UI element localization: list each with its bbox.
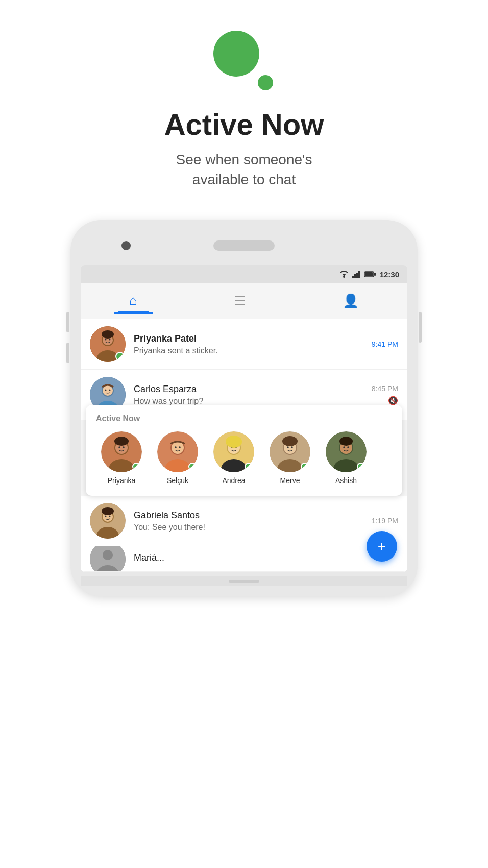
svg-rect-3 (354, 274, 356, 278)
svg-point-34 (179, 447, 181, 449)
chat-item-priyanka[interactable]: Priyanka Patel Priyanka sent a sticker. … (81, 319, 407, 370)
chat-info-priyanka: Priyanka Patel Priyanka sent a sticker. (134, 333, 372, 355)
compose-fab-button[interactable]: + (367, 531, 397, 562)
page-subtitle: See when someone'savailable to chat (176, 150, 312, 189)
nav-home[interactable]: ⌂ (114, 288, 153, 314)
active-name-ashish: Ashish (335, 476, 357, 485)
svg-point-27 (123, 447, 125, 449)
chat-info-partial: Mariá... (134, 552, 398, 565)
home-indicator (229, 580, 259, 583)
logo-bubble-small (256, 74, 275, 92)
svg-point-55 (339, 437, 353, 446)
active-users-row: Priyanka (96, 431, 392, 485)
svg-point-62 (102, 507, 114, 515)
svg-rect-4 (356, 273, 358, 278)
active-now-overlay: Active Now (81, 405, 407, 496)
svg-rect-5 (358, 271, 360, 278)
active-name-merve: Merve (280, 476, 300, 485)
active-name-andrea: Andrea (222, 476, 245, 485)
active-dot-ashish (357, 463, 365, 471)
status-icons (339, 270, 376, 278)
app-logo (213, 31, 275, 92)
avatar-gabriela (90, 503, 126, 539)
phone-mockup: 12:30 ⌂ ☰ 👤 (70, 220, 418, 596)
svg-point-28 (114, 437, 129, 446)
svg-point-26 (118, 447, 120, 449)
avatar-partial (90, 546, 126, 572)
chat-meta-gabriela: 1:19 PM (372, 517, 398, 525)
active-avatar-andrea (213, 431, 254, 472)
list-icon: ☰ (234, 293, 246, 309)
chat-meta-priyanka: 9:41 PM (372, 340, 398, 348)
active-user-ashish[interactable]: Ashish (321, 431, 372, 485)
chat-item-partial[interactable]: Mariá... (81, 546, 407, 572)
chat-preview-priyanka: Priyanka sent a sticker. (134, 346, 372, 355)
chat-meta-carlos: 8:45 PM 🔇 (372, 384, 398, 405)
svg-point-14 (109, 339, 111, 341)
svg-point-15 (102, 330, 114, 339)
svg-point-64 (103, 550, 113, 560)
chat-item-gabriela[interactable]: Gabriela Santos You: See you there! 1:19… (81, 496, 407, 546)
avatar-priyanka (90, 326, 126, 362)
svg-point-47 (291, 447, 293, 449)
power-button (419, 312, 422, 343)
battery-icon (364, 271, 376, 278)
chat-time-gabriela: 1:19 PM (372, 517, 398, 525)
svg-point-61 (109, 516, 111, 517)
svg-point-19 (103, 385, 113, 396)
active-user-selcuk[interactable]: Selçuk (152, 431, 203, 485)
active-user-andrea[interactable]: Andrea (208, 431, 259, 485)
svg-rect-7 (365, 272, 373, 276)
svg-point-32 (172, 442, 184, 454)
svg-point-60 (105, 516, 107, 517)
active-avatar-ashish (326, 431, 367, 472)
chat-time-carlos: 8:45 PM (372, 384, 398, 393)
header-section: Active Now See when someone'savailable t… (0, 0, 488, 210)
volume-down-button (66, 343, 69, 363)
svg-point-54 (347, 447, 349, 449)
active-dot-andrea (245, 463, 253, 471)
nav-profile[interactable]: 👤 (327, 289, 374, 313)
active-dot-merve (301, 463, 309, 471)
active-now-panel: Active Now (86, 405, 402, 496)
active-user-merve[interactable]: Merve (264, 431, 315, 485)
svg-point-21 (109, 390, 111, 391)
app-nav: ⌂ ☰ 👤 (81, 283, 407, 319)
svg-point-20 (105, 390, 107, 391)
svg-point-53 (343, 447, 345, 449)
svg-rect-8 (374, 273, 376, 276)
person-icon: 👤 (343, 293, 359, 309)
chat-time-priyanka: 9:41 PM (372, 340, 398, 348)
chat-name-gabriela: Gabriela Santos (134, 510, 372, 521)
chat-name-priyanka: Priyanka Patel (134, 333, 372, 344)
active-name-selcuk: Selçuk (167, 476, 188, 485)
chat-info-carlos: Carlos Esparza How was your trip? (134, 384, 372, 406)
svg-point-1 (343, 276, 345, 278)
signal-icon (352, 271, 361, 278)
active-user-priyanka[interactable]: Priyanka (96, 431, 147, 485)
active-dot-selcuk (188, 463, 197, 471)
active-name-priyanka: Priyanka (108, 476, 135, 485)
svg-point-48 (282, 436, 298, 446)
mute-icon: 🔇 (388, 396, 398, 405)
active-avatar-selcuk (157, 431, 198, 472)
online-indicator-priyanka (115, 352, 125, 361)
front-camera (121, 241, 131, 250)
nav-list[interactable]: ☰ (218, 289, 261, 313)
logo-bubble-main (213, 31, 259, 77)
chat-info-gabriela: Gabriela Santos You: See you there! (134, 510, 372, 532)
wifi-icon (339, 270, 349, 278)
chat-preview-gabriela: You: See you there! (134, 523, 372, 532)
chat-name-partial: Mariá... (134, 552, 398, 563)
active-dot-priyanka (132, 463, 140, 471)
status-bar: 12:30 (81, 265, 407, 283)
volume-up-button (66, 312, 69, 332)
home-icon: ⌂ (129, 293, 137, 308)
compose-icon: + (378, 539, 386, 553)
chat-name-carlos: Carlos Esparza (134, 384, 372, 395)
phone-outer: 12:30 ⌂ ☰ 👤 (70, 220, 418, 596)
active-now-title: Active Now (96, 414, 392, 423)
phone-bezel-top (81, 230, 407, 261)
svg-point-13 (105, 339, 107, 341)
svg-rect-2 (352, 276, 354, 278)
